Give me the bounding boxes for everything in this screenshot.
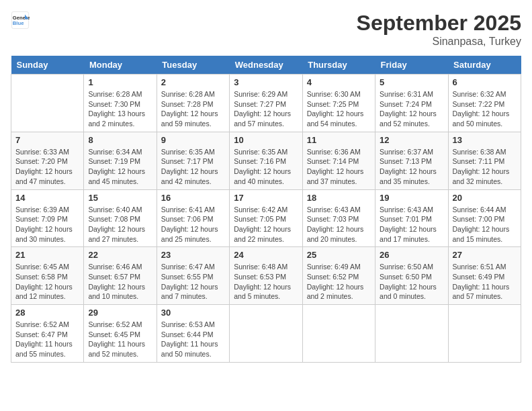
day-info: Sunrise: 6:43 AMSunset: 7:01 PMDaylight:… — [380, 205, 443, 244]
day-info: Sunrise: 6:46 AMSunset: 6:57 PMDaylight:… — [88, 262, 152, 302]
calendar-cell: 4Sunrise: 6:30 AMSunset: 7:25 PMDaylight… — [302, 75, 375, 132]
calendar-cell: 26Sunrise: 6:50 AMSunset: 6:50 PMDayligh… — [375, 247, 448, 305]
day-number: 7 — [15, 135, 79, 145]
calendar-cell: 24Sunrise: 6:48 AMSunset: 6:53 PMDayligh… — [230, 247, 302, 305]
day-info: Sunrise: 6:29 AMSunset: 7:27 PMDaylight:… — [234, 89, 298, 129]
logo: General Blue — [11, 11, 30, 30]
day-number: 28 — [15, 308, 79, 318]
day-info: Sunrise: 6:53 AMSunset: 6:44 PMDaylight:… — [161, 320, 225, 359]
day-number: 1 — [88, 77, 152, 87]
header-wednesday: Wednesday — [230, 56, 302, 75]
day-number: 22 — [88, 250, 152, 260]
day-info: Sunrise: 6:49 AMSunset: 6:52 PMDaylight:… — [307, 262, 371, 302]
day-info: Sunrise: 6:44 AMSunset: 7:00 PMDaylight:… — [453, 205, 517, 244]
day-info: Sunrise: 6:28 AMSunset: 7:30 PMDaylight:… — [88, 89, 152, 129]
header-thursday: Thursday — [302, 56, 375, 75]
day-info: Sunrise: 6:52 AMSunset: 6:45 PMDaylight:… — [88, 320, 152, 359]
day-number: 11 — [307, 135, 371, 145]
calendar-cell — [230, 305, 302, 363]
day-number: 5 — [380, 77, 443, 87]
calendar-cell: 5Sunrise: 6:31 AMSunset: 7:24 PMDaylight… — [375, 75, 448, 132]
calendar-cell: 27Sunrise: 6:51 AMSunset: 6:49 PMDayligh… — [448, 247, 521, 305]
page-header: General Blue September 2025 Sinanpasa, T… — [11, 11, 521, 48]
day-info: Sunrise: 6:28 AMSunset: 7:28 PMDaylight:… — [161, 89, 225, 129]
calendar-cell: 12Sunrise: 6:37 AMSunset: 7:13 PMDayligh… — [375, 132, 448, 189]
day-number: 14 — [15, 193, 79, 203]
svg-text:Blue: Blue — [13, 20, 24, 26]
day-number: 20 — [453, 193, 517, 203]
day-number: 15 — [88, 193, 152, 203]
calendar-week-row: 1Sunrise: 6:28 AMSunset: 7:30 PMDaylight… — [11, 75, 521, 132]
day-info: Sunrise: 6:45 AMSunset: 6:58 PMDaylight:… — [15, 262, 79, 302]
calendar-cell: 30Sunrise: 6:53 AMSunset: 6:44 PMDayligh… — [157, 305, 229, 363]
calendar-cell: 21Sunrise: 6:45 AMSunset: 6:58 PMDayligh… — [11, 247, 84, 305]
calendar-cell: 3Sunrise: 6:29 AMSunset: 7:27 PMDaylight… — [230, 75, 302, 132]
title-block: September 2025 Sinanpasa, Turkey — [357, 11, 521, 48]
calendar-cell — [302, 305, 375, 363]
day-number: 9 — [161, 135, 225, 145]
location: Sinanpasa, Turkey — [357, 36, 521, 48]
calendar-week-row: 28Sunrise: 6:52 AMSunset: 6:47 PMDayligh… — [11, 305, 521, 363]
day-info: Sunrise: 6:42 AMSunset: 7:05 PMDaylight:… — [234, 205, 298, 244]
calendar-cell — [375, 305, 448, 363]
day-info: Sunrise: 6:39 AMSunset: 7:09 PMDaylight:… — [15, 205, 79, 244]
day-number: 3 — [234, 77, 298, 87]
day-number: 25 — [307, 250, 371, 260]
calendar-cell: 8Sunrise: 6:34 AMSunset: 7:19 PMDaylight… — [84, 132, 157, 189]
header-saturday: Saturday — [448, 56, 521, 75]
day-number: 26 — [380, 250, 443, 260]
calendar-cell: 13Sunrise: 6:38 AMSunset: 7:11 PMDayligh… — [448, 132, 521, 189]
day-info: Sunrise: 6:36 AMSunset: 7:14 PMDaylight:… — [307, 147, 371, 187]
month-title: September 2025 — [357, 11, 521, 36]
header-sunday: Sunday — [11, 56, 84, 75]
day-number: 13 — [453, 135, 517, 145]
day-info: Sunrise: 6:47 AMSunset: 6:55 PMDaylight:… — [161, 262, 225, 302]
calendar-cell: 25Sunrise: 6:49 AMSunset: 6:52 PMDayligh… — [302, 247, 375, 305]
day-info: Sunrise: 6:48 AMSunset: 6:53 PMDaylight:… — [234, 262, 298, 302]
calendar-cell: 19Sunrise: 6:43 AMSunset: 7:01 PMDayligh… — [375, 189, 448, 247]
day-number: 16 — [161, 193, 225, 203]
day-number: 30 — [161, 308, 225, 318]
calendar-cell: 15Sunrise: 6:40 AMSunset: 7:08 PMDayligh… — [84, 189, 157, 247]
calendar-cell: 2Sunrise: 6:28 AMSunset: 7:28 PMDaylight… — [157, 75, 229, 132]
day-number: 29 — [88, 308, 152, 318]
day-number: 17 — [234, 193, 298, 203]
day-number: 8 — [88, 135, 152, 145]
day-info: Sunrise: 6:35 AMSunset: 7:16 PMDaylight:… — [234, 147, 298, 187]
calendar-cell: 11Sunrise: 6:36 AMSunset: 7:14 PMDayligh… — [302, 132, 375, 189]
calendar-week-row: 14Sunrise: 6:39 AMSunset: 7:09 PMDayligh… — [11, 189, 521, 247]
day-number: 19 — [380, 193, 443, 203]
day-info: Sunrise: 6:38 AMSunset: 7:11 PMDaylight:… — [453, 147, 517, 187]
calendar-cell: 10Sunrise: 6:35 AMSunset: 7:16 PMDayligh… — [230, 132, 302, 189]
calendar-cell: 6Sunrise: 6:32 AMSunset: 7:22 PMDaylight… — [448, 75, 521, 132]
day-info: Sunrise: 6:43 AMSunset: 7:03 PMDaylight:… — [307, 205, 371, 244]
day-number: 12 — [380, 135, 443, 145]
calendar-cell — [448, 305, 521, 363]
calendar-cell: 9Sunrise: 6:35 AMSunset: 7:17 PMDaylight… — [157, 132, 229, 189]
day-info: Sunrise: 6:32 AMSunset: 7:22 PMDaylight:… — [453, 89, 517, 129]
header-friday: Friday — [375, 56, 448, 75]
day-number: 24 — [234, 250, 298, 260]
day-number: 10 — [234, 135, 298, 145]
calendar-cell: 29Sunrise: 6:52 AMSunset: 6:45 PMDayligh… — [84, 305, 157, 363]
calendar-cell: 14Sunrise: 6:39 AMSunset: 7:09 PMDayligh… — [11, 189, 84, 247]
day-info: Sunrise: 6:52 AMSunset: 6:47 PMDaylight:… — [15, 320, 79, 359]
calendar-cell: 18Sunrise: 6:43 AMSunset: 7:03 PMDayligh… — [302, 189, 375, 247]
day-info: Sunrise: 6:35 AMSunset: 7:17 PMDaylight:… — [161, 147, 225, 187]
day-number: 6 — [453, 77, 517, 87]
calendar-header-row: SundayMondayTuesdayWednesdayThursdayFrid… — [11, 56, 521, 75]
day-number: 2 — [161, 77, 225, 87]
calendar-cell: 20Sunrise: 6:44 AMSunset: 7:00 PMDayligh… — [448, 189, 521, 247]
day-info: Sunrise: 6:41 AMSunset: 7:06 PMDaylight:… — [161, 205, 225, 244]
day-info: Sunrise: 6:40 AMSunset: 7:08 PMDaylight:… — [88, 205, 152, 244]
day-info: Sunrise: 6:31 AMSunset: 7:24 PMDaylight:… — [380, 89, 443, 129]
header-tuesday: Tuesday — [157, 56, 229, 75]
calendar-cell: 1Sunrise: 6:28 AMSunset: 7:30 PMDaylight… — [84, 75, 157, 132]
day-info: Sunrise: 6:30 AMSunset: 7:25 PMDaylight:… — [307, 89, 371, 129]
day-info: Sunrise: 6:33 AMSunset: 7:20 PMDaylight:… — [15, 147, 79, 187]
day-number: 18 — [307, 193, 371, 203]
calendar-cell: 28Sunrise: 6:52 AMSunset: 6:47 PMDayligh… — [11, 305, 84, 363]
calendar-week-row: 7Sunrise: 6:33 AMSunset: 7:20 PMDaylight… — [11, 132, 521, 189]
logo-icon: General Blue — [11, 11, 30, 30]
calendar-cell — [11, 75, 84, 132]
